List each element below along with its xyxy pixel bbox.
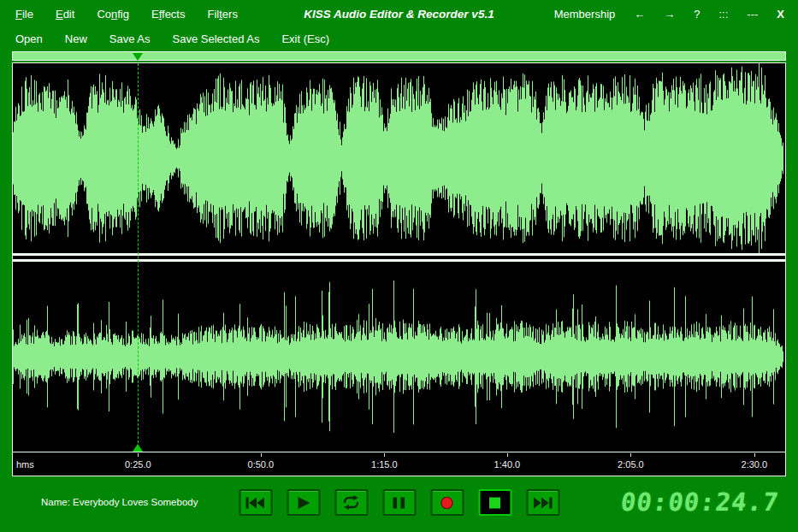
track-name-label: Name: Everybody Loves Somebody [41, 497, 198, 507]
skip-back-icon [245, 496, 266, 510]
pause-button[interactable] [382, 489, 416, 516]
app-title: KISS Audio Editor & Recorder v5.1 [304, 0, 494, 28]
menu-filters[interactable]: Filters [208, 8, 238, 21]
time-display: 00:00:24.7 [619, 488, 781, 517]
forward-arrow-button[interactable]: → [664, 8, 675, 21]
record-button[interactable] [430, 489, 464, 516]
ruler-tick-label: 0:50.0 [248, 459, 275, 470]
app-window: File Edit Config Effects Filters KISS Au… [0, 0, 798, 532]
play-button[interactable] [287, 489, 320, 516]
menu-bar: File Edit Config Effects Filters KISS Au… [0, 0, 798, 28]
close-button[interactable]: X [777, 8, 784, 21]
overview-strip[interactable] [12, 51, 786, 61]
playhead-marker-bottom[interactable] [133, 444, 143, 452]
ruler-unit-label: hms [16, 459, 34, 470]
ruler-tick-mark [507, 453, 508, 457]
waveform-channels [12, 62, 786, 452]
ruler-tick-mark [138, 453, 139, 457]
dots-grid-button[interactable]: ::: [718, 8, 728, 21]
membership-link[interactable]: Membership [554, 8, 616, 21]
loop-icon [341, 495, 362, 510]
record-icon [437, 496, 458, 510]
window-buttons: Membership ← → ? ::: --- X [554, 0, 784, 28]
save-as-button[interactable]: Save As [109, 33, 151, 45]
minimize-button[interactable]: --- [747, 8, 758, 21]
new-button[interactable]: New [65, 33, 87, 45]
stop-icon [485, 496, 505, 510]
rewind-button[interactable] [239, 489, 272, 516]
open-button[interactable]: Open [15, 33, 43, 45]
exit-button[interactable]: Exit (Esc) [281, 33, 329, 45]
ruler-tick-mark [261, 453, 262, 457]
playhead-line[interactable] [138, 63, 139, 452]
forward-button[interactable] [526, 489, 559, 516]
waveform-channel-right[interactable] [13, 262, 783, 452]
ruler-tick-label: 1:40.0 [494, 459, 521, 470]
ruler-tick-mark [384, 453, 385, 457]
file-actions-bar: Open New Save As Save Selected As Exit (… [0, 28, 798, 50]
transport-buttons [239, 489, 559, 516]
menu-effects[interactable]: Effects [151, 8, 186, 21]
ruler-tick-mark [754, 453, 755, 457]
ruler-tick-label: 2:05.0 [618, 459, 644, 470]
menu-file[interactable]: File [15, 8, 33, 21]
ruler-tick-label: 0:25.0 [125, 459, 151, 470]
channel-divider [13, 253, 785, 262]
stop-button[interactable] [478, 489, 511, 516]
transport-bar: Name: Everybody Loves Somebody [0, 476, 798, 532]
ruler-tick-mark [630, 453, 631, 457]
menu-edit[interactable]: Edit [56, 8, 74, 21]
pause-icon [389, 496, 410, 510]
ruler-tick-label: 2:30.0 [742, 459, 768, 470]
back-arrow-button[interactable]: ← [634, 8, 645, 21]
loop-button[interactable] [334, 489, 368, 516]
playhead-marker-top[interactable] [133, 53, 143, 61]
help-button[interactable]: ? [694, 8, 700, 21]
main-menus: File Edit Config Effects Filters [15, 0, 238, 28]
menu-config[interactable]: Config [97, 8, 129, 21]
waveform-panel: hms 0:25.00:50.01:15.01:40.02:05.02:30.0 [12, 51, 786, 476]
ruler-tick-label: 1:15.0 [371, 459, 398, 470]
waveform-channel-left[interactable] [13, 63, 783, 253]
save-selected-as-button[interactable]: Save Selected As [173, 33, 260, 45]
skip-forward-icon [533, 496, 553, 510]
timeline-ruler[interactable]: hms 0:25.00:50.01:15.01:40.02:05.02:30.0 [12, 452, 786, 476]
play-icon [293, 496, 314, 510]
